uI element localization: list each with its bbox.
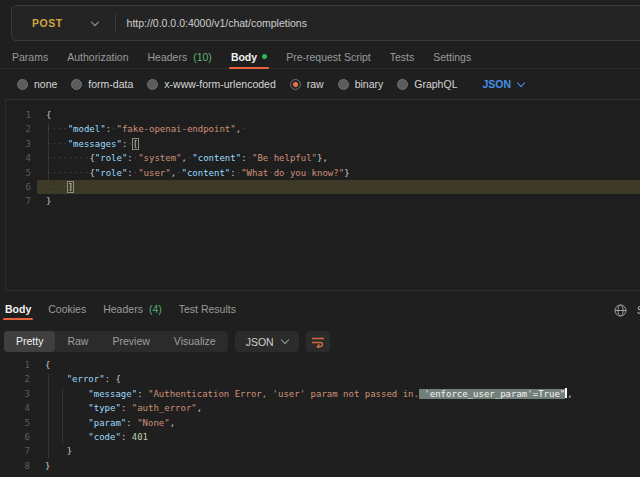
response-tab-cookies[interactable]: Cookies	[48, 296, 86, 322]
line-number: 5	[0, 416, 30, 430]
response-tab-headers[interactable]: Headers (4)	[103, 296, 162, 322]
code-line[interactable]: 6 "code": 401	[0, 430, 640, 444]
line-number: 1	[6, 108, 31, 122]
raw-language-select[interactable]: JSON	[482, 78, 524, 90]
tab-authorization[interactable]: Authorization	[67, 45, 128, 69]
body-type-form-data[interactable]: form-data	[71, 78, 133, 90]
method-dropdown-chevron-icon[interactable]	[90, 17, 98, 25]
line-number: 8	[0, 459, 30, 473]
line-number: 7	[6, 194, 31, 208]
request-url-bar: POST http://0.0.0.0:4000/v1/chat/complet…	[11, 5, 640, 41]
radio-selected-icon	[290, 79, 301, 90]
line-number: 3	[0, 387, 30, 401]
response-tab-body[interactable]: Body	[5, 296, 31, 322]
tab-tests[interactable]: Tests	[390, 45, 415, 69]
code-line[interactable]: 5········{"role":·"user",·"content":·"Wh…	[6, 166, 640, 180]
line-number: 2	[6, 122, 31, 136]
view-visualize-button[interactable]: Visualize	[162, 331, 228, 352]
code-line[interactable]: 3 "message": "Authentication Error, 'use…	[0, 387, 640, 401]
response-body-viewer[interactable]: 1{2 "error": {3 "message": "Authenticati…	[0, 352, 640, 473]
body-type-x-www-form-urlencoded[interactable]: x-www-form-urlencoded	[147, 78, 275, 90]
response-headers-count-badge: (4)	[149, 303, 162, 315]
view-preview-button[interactable]: Preview	[100, 331, 161, 352]
line-number: 5	[6, 166, 31, 180]
line-number: 1	[0, 358, 30, 372]
chevron-down-icon	[517, 78, 525, 86]
tab-headers[interactable]: Headers (10)	[147, 45, 211, 69]
headers-count-badge: (10)	[193, 51, 212, 63]
response-tab-test-results[interactable]: Test Results	[179, 296, 236, 322]
body-type-graphql[interactable]: GraphQL	[397, 78, 457, 90]
code-line[interactable]: 3····"messages":·[	[6, 137, 640, 151]
code-line[interactable]: 1{	[6, 108, 640, 122]
radio-icon	[397, 79, 408, 90]
code-line[interactable]: 4········{"role":·"system",·"content":·"…	[6, 151, 640, 165]
body-type-row: none form-data x-www-form-urlencoded raw…	[0, 70, 640, 98]
line-number: 4	[0, 401, 30, 415]
response-tabs: Body Cookies Headers (4) Test Results	[0, 296, 640, 322]
response-format-select[interactable]: JSON	[235, 331, 299, 352]
url-bar-divider	[115, 13, 116, 33]
code-line[interactable]: 6····]	[6, 180, 640, 194]
line-number: 7	[0, 444, 30, 458]
code-line[interactable]: 1{	[0, 358, 640, 372]
line-number: 4	[6, 151, 31, 165]
wrap-text-icon	[311, 336, 325, 348]
radio-icon	[71, 79, 82, 90]
view-switcher: Pretty Raw Preview Visualize	[4, 331, 228, 352]
globe-icon[interactable]	[614, 303, 627, 321]
response-view-toolbar: Pretty Raw Preview Visualize JSON	[4, 331, 330, 352]
wrap-text-button[interactable]	[306, 331, 330, 352]
line-number: 6	[6, 180, 31, 194]
body-type-binary[interactable]: binary	[338, 78, 384, 90]
request-tabs: Params Authorization Headers (10) Body P…	[0, 45, 640, 69]
code-line[interactable]: 7}	[6, 194, 640, 208]
url-input[interactable]: http://0.0.0.0:4000/v1/chat/completions	[127, 17, 307, 29]
body-modified-dot-icon	[262, 54, 267, 59]
tab-pre-request-script[interactable]: Pre-request Script	[286, 45, 371, 69]
code-line[interactable]: 4 "type": "auth_error",	[0, 401, 640, 415]
body-type-raw[interactable]: raw	[290, 78, 324, 90]
line-number: 2	[0, 372, 30, 386]
radio-icon	[17, 79, 28, 90]
code-line[interactable]: 5 "param": "None",	[0, 416, 640, 430]
tab-params[interactable]: Params	[12, 45, 48, 69]
line-number: 3	[6, 137, 31, 151]
radio-icon	[147, 79, 158, 90]
request-body-editor[interactable]: 1{2····"model":·"fake-openai-endpoint",·…	[5, 99, 640, 291]
http-method-label[interactable]: POST	[32, 17, 63, 29]
code-line[interactable]: 8}	[0, 459, 640, 473]
chevron-down-icon	[280, 336, 288, 344]
line-number: 6	[0, 430, 30, 444]
view-pretty-button[interactable]: Pretty	[4, 331, 55, 352]
view-raw-button[interactable]: Raw	[55, 331, 100, 352]
code-line[interactable]: 2 "error": {	[0, 372, 640, 386]
tab-body[interactable]: Body	[231, 45, 267, 69]
body-type-none[interactable]: none	[17, 78, 57, 90]
radio-icon	[338, 79, 349, 90]
code-line[interactable]: 7 }	[0, 444, 640, 458]
tab-settings[interactable]: Settings	[433, 45, 471, 69]
code-line[interactable]: 2····"model":·"fake-openai-endpoint",·	[6, 122, 640, 136]
